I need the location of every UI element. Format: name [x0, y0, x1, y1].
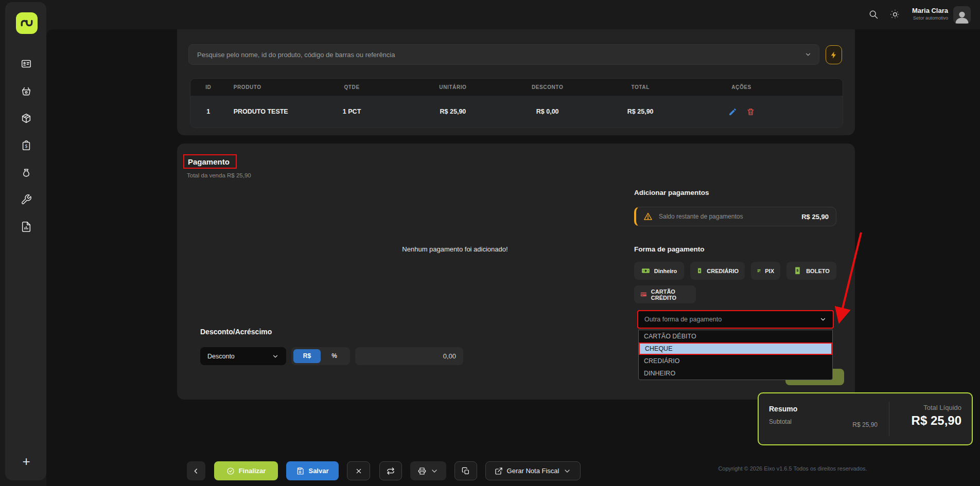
cell-unitario: R$ 25,90 — [402, 108, 503, 115]
col-id: ID — [190, 84, 226, 90]
credit-card-icon — [640, 290, 647, 299]
repeat-button[interactable] — [379, 461, 402, 480]
discount-amount-input[interactable] — [355, 347, 463, 365]
method-dinheiro-button[interactable]: Dinheiro — [634, 262, 684, 280]
chevron-down-icon — [272, 353, 279, 360]
copyright-text: Copyright © 2026 Eixo v1.6.5 Todos os di… — [664, 465, 921, 472]
option-cartao-debito[interactable]: CARTÃO DÉBITO — [639, 330, 832, 343]
topbar: Maria Clara Setor automotivo — [0, 0, 980, 29]
back-button[interactable] — [187, 461, 205, 480]
shopping-basket-icon — [21, 85, 32, 97]
printer-icon — [418, 467, 426, 475]
copy-button[interactable] — [454, 461, 477, 480]
wrench-icon — [21, 194, 32, 205]
lightning-icon — [830, 51, 838, 59]
method-boleto-button[interactable]: $ BOLETO — [786, 262, 836, 280]
payment-title-annotation: Pagamento — [183, 154, 237, 169]
quick-add-button[interactable] — [826, 45, 842, 64]
id-card-icon — [21, 58, 32, 69]
svg-text:$: $ — [796, 268, 799, 273]
summary-box: Resumo Subtotal R$ 25,90 Total Líquido R… — [758, 392, 973, 445]
payment-title: Pagamento — [188, 157, 230, 166]
col-qtde: QTDE — [301, 84, 402, 90]
option-crediario[interactable]: CREDIÁRIO — [639, 355, 832, 367]
other-payment-options: CARTÃO DÉBITO CHEQUE CREDIÁRIO DINHEIRO — [638, 330, 833, 380]
remaining-balance-warning: Saldo restante de pagamentos R$ 25,90 — [634, 207, 836, 226]
subtotal-value: R$ 25,90 — [852, 421, 878, 428]
save-button[interactable]: Salvar — [286, 461, 339, 480]
payment-subtitle: Total da venda R$ 25,90 — [187, 172, 251, 178]
sidebar-add-button[interactable]: + — [18, 454, 35, 469]
empty-payments-message: Nenhum pagamento foi adicionado! — [239, 245, 671, 253]
chevron-down-icon — [563, 467, 571, 475]
total-label: Total Líquido — [889, 404, 961, 411]
option-cheque-highlighted[interactable]: CHEQUE — [639, 343, 832, 355]
payment-card: Pagamento Total da venda R$ 25,90 Nenhum… — [177, 143, 855, 400]
cell-total: R$ 25,90 — [591, 108, 689, 115]
currency-toggle-button[interactable]: R$ — [293, 349, 321, 363]
save-label: Salvar — [308, 467, 328, 475]
chevron-down-icon — [430, 467, 439, 475]
warning-icon — [643, 212, 653, 221]
total-value: R$ 25,90 — [889, 413, 961, 428]
product-search-input[interactable] — [189, 51, 804, 59]
table-header-row: ID PRODUTO QTDE UNITÁRIO DESCONTO TOTAL … — [190, 79, 843, 96]
other-payment-select[interactable]: Outra forma de pagamento — [637, 310, 834, 329]
col-unitario: UNITÁRIO — [402, 84, 503, 90]
payment-methods-title: Forma de pagamento — [634, 245, 705, 253]
generate-invoice-button[interactable]: Gerar Nota Fiscal — [485, 461, 581, 480]
cell-produto: PRODUTO TESTE — [226, 108, 302, 115]
check-circle-icon — [226, 467, 235, 475]
app-root: Maria Clara Setor automotivo $ — [0, 0, 980, 486]
cell-desconto: R$ 0,00 — [503, 108, 591, 115]
sidebar-item-settings[interactable] — [20, 193, 33, 206]
clipboard-money-icon: $ — [21, 140, 32, 151]
finalize-button[interactable]: Finalizar — [214, 461, 278, 480]
user-name: Maria Clara — [866, 7, 948, 14]
warning-amount: R$ 25,90 — [801, 213, 829, 221]
method-label: Dinheiro — [654, 268, 677, 274]
app-logo[interactable] — [16, 12, 38, 34]
col-total: TOTAL — [591, 84, 689, 90]
main-content: Total de 1 itens ID PRODUTO QTDE UNITÁRI… — [46, 29, 980, 486]
summary-title: Resumo — [769, 405, 889, 413]
select-value: Outra forma de pagamento — [644, 316, 819, 323]
sidebar-item-dashboard[interactable] — [20, 57, 33, 70]
package-box-icon — [21, 113, 32, 124]
percent-toggle-button[interactable]: % — [321, 349, 348, 363]
col-acoes: AÇÕES — [689, 84, 794, 90]
sidebar: $ + — [5, 2, 46, 480]
discount-unit-toggle: R$ % — [291, 347, 350, 365]
cell-qtde: 1 PCT — [301, 108, 402, 115]
product-search[interactable] — [188, 44, 819, 65]
delete-icon[interactable] — [746, 107, 755, 116]
cancel-button[interactable] — [347, 461, 370, 480]
chevron-down-icon — [819, 316, 827, 323]
copy-icon — [462, 467, 470, 475]
col-produto: PRODUTO — [226, 84, 302, 90]
edit-icon[interactable] — [728, 107, 737, 116]
avatar[interactable] — [953, 6, 971, 24]
sidebar-item-sales[interactable] — [20, 84, 33, 98]
user-info[interactable]: Maria Clara Setor automotivo — [866, 7, 948, 21]
method-crediario-button[interactable]: $ CREDIÁRIO — [690, 262, 745, 280]
sidebar-item-orders[interactable]: $ — [20, 139, 33, 152]
method-cartao-credito-button[interactable]: CARTÃO CRÉDITO — [634, 285, 696, 303]
print-button[interactable] — [410, 461, 446, 480]
cell-id: 1 — [190, 108, 226, 115]
option-dinheiro[interactable]: DINHEIRO — [639, 367, 832, 380]
warning-label: Saldo restante de pagamentos — [659, 213, 795, 220]
col-desconto: DESCONTO — [503, 84, 591, 90]
sidebar-item-products[interactable] — [20, 112, 33, 125]
sidebar-item-reports[interactable] — [20, 220, 33, 233]
generate-invoice-label: Gerar Nota Fiscal — [507, 467, 559, 475]
chevron-left-icon — [192, 467, 200, 475]
method-pix-button[interactable]: PIX — [751, 262, 780, 280]
svg-text:$: $ — [25, 143, 28, 149]
sidebar-item-finance[interactable] — [20, 166, 33, 179]
discount-type-select[interactable]: Desconto — [200, 347, 286, 365]
cash-icon — [641, 266, 650, 275]
add-payments-title: Adicionar pagamentos — [634, 189, 709, 196]
receipt-money-icon: $ — [696, 266, 703, 275]
repeat-icon — [387, 467, 395, 475]
